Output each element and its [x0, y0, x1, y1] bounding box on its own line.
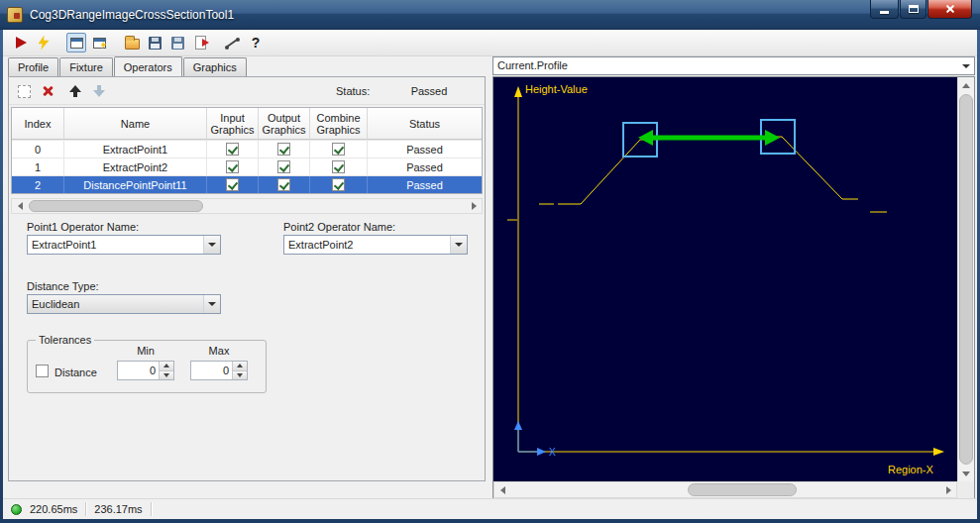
dropdown-button[interactable]	[203, 295, 220, 313]
distance-arrow-right-head[interactable]	[765, 130, 780, 146]
scroll-right-button[interactable]	[940, 482, 956, 497]
scroll-left-icon	[18, 202, 23, 210]
measure-icon	[225, 35, 241, 51]
cell-status: Passed	[368, 141, 482, 157]
distance-type-combobox[interactable]: Euclidean	[27, 294, 221, 314]
run-button[interactable]	[11, 33, 31, 52]
move-up-button[interactable]	[66, 82, 84, 100]
add-operator-button[interactable]	[15, 82, 33, 100]
app-icon	[7, 7, 23, 23]
column-header-output-graphics[interactable]: Output Graphics	[259, 108, 310, 140]
maximize-icon	[909, 5, 919, 13]
output-graphics-checkbox[interactable]	[277, 143, 290, 156]
column-header-input-graphics[interactable]: Input Graphics	[207, 108, 259, 140]
scroll-right-icon	[472, 202, 477, 210]
show-tool-display-icon	[70, 38, 83, 49]
combine-graphics-checkbox[interactable]	[332, 160, 345, 173]
save-image-icon	[171, 37, 184, 50]
column-header-combine-graphics[interactable]: Combine Graphics	[310, 108, 368, 140]
min-tolerance-spinner[interactable]: 0	[117, 361, 174, 380]
scroll-left-button[interactable]	[494, 482, 510, 497]
scroll-up-button[interactable]	[958, 77, 974, 93]
show-tool-display-button[interactable]	[66, 33, 86, 52]
cell-output-graphics	[259, 158, 310, 175]
tab-operators[interactable]: Operators	[114, 56, 182, 76]
cell-name: ExtractPoint1	[64, 141, 207, 157]
measure-button[interactable]	[223, 33, 243, 52]
save-button[interactable]	[145, 33, 164, 52]
column-header-status[interactable]: Status	[368, 108, 482, 140]
output-graphics-checkbox[interactable]	[277, 160, 290, 173]
tab-profile[interactable]: Profile	[8, 57, 58, 76]
scroll-down-button[interactable]	[958, 466, 974, 481]
close-icon	[944, 3, 956, 15]
combine-graphics-checkbox[interactable]	[332, 143, 345, 156]
display-selector-combobox[interactable]: Current.Profile	[492, 56, 975, 75]
tab-graphics[interactable]: Graphics	[183, 57, 247, 76]
scroll-left-icon	[500, 486, 505, 494]
point2-operator-value: ExtractPoint2	[284, 236, 450, 254]
dropdown-button[interactable]	[957, 57, 974, 74]
run-icon	[16, 37, 27, 49]
table-row[interactable]: 1 ExtractPoint2 Passed	[12, 157, 482, 175]
point1-operator-combobox[interactable]: ExtractPoint1	[27, 235, 221, 255]
title-bar[interactable]: Cog3DRangeImageCrossSectionTool1	[0, 0, 980, 30]
combine-graphics-checkbox[interactable]	[332, 178, 345, 191]
spin-down-button[interactable]	[233, 371, 247, 380]
profile-plot-area[interactable]: Height-Value Region-X X	[493, 77, 957, 481]
app-window: Cog3DRangeImageCrossSectionTool1 ? Prof	[0, 0, 980, 523]
chart-horizontal-scrollbar[interactable]	[493, 481, 957, 498]
import-button[interactable]	[190, 33, 210, 52]
cell-status: Passed	[368, 176, 482, 193]
input-graphics-checkbox[interactable]	[226, 143, 239, 156]
column-header-name[interactable]: Name	[64, 108, 207, 140]
operators-table: Index Name Input Graphics Output Graphic…	[11, 107, 483, 194]
point2-operator-combobox[interactable]: ExtractPoint2	[283, 235, 468, 255]
spin-up-button[interactable]	[160, 362, 173, 371]
delete-operator-button[interactable]	[39, 82, 56, 100]
maximize-button[interactable]	[900, 0, 926, 19]
max-tolerance-spinner[interactable]: 0	[190, 361, 248, 380]
cell-output-graphics	[259, 176, 310, 193]
distance-tolerance-checkbox[interactable]	[36, 365, 49, 377]
minimize-button[interactable]	[870, 0, 899, 19]
status-label: Status:	[336, 85, 370, 97]
statusbar-separator	[85, 502, 86, 516]
move-down-button[interactable]	[90, 82, 108, 100]
tool-window-button[interactable]	[89, 33, 109, 52]
input-graphics-checkbox[interactable]	[226, 160, 239, 173]
minimize-icon	[880, 11, 889, 14]
open-button[interactable]	[122, 33, 142, 52]
scrollbar-thumb[interactable]	[959, 94, 973, 465]
table-horizontal-scrollbar[interactable]	[11, 198, 483, 214]
scroll-right-button[interactable]	[466, 199, 482, 213]
cell-index: 0	[12, 141, 64, 157]
origin-x-arrow-icon	[537, 448, 546, 456]
save-image-button[interactable]	[167, 33, 187, 52]
dropdown-button[interactable]	[203, 236, 220, 254]
chart-vertical-scrollbar[interactable]	[957, 77, 974, 481]
spin-up-button[interactable]	[233, 362, 247, 371]
statusbar-separator	[151, 502, 152, 516]
tab-fixture[interactable]: Fixture	[59, 57, 113, 76]
distance-arrow-left-head[interactable]	[638, 130, 653, 146]
scrollbar-thumb[interactable]	[29, 200, 203, 212]
output-graphics-checkbox[interactable]	[277, 178, 290, 191]
run-continuous-button[interactable]	[34, 33, 54, 52]
origin-y-arrow-icon	[514, 421, 522, 430]
help-button[interactable]: ?	[246, 33, 266, 52]
spin-down-button[interactable]	[160, 371, 173, 380]
table-row-selected[interactable]: 2 DistancePointPoint11 Passed	[12, 175, 482, 193]
column-header-index[interactable]: Index	[12, 108, 64, 140]
cell-name: DistancePointPoint11	[64, 176, 207, 193]
cell-combine-graphics	[310, 141, 368, 157]
spin-down-icon	[237, 373, 243, 377]
table-row[interactable]: 0 ExtractPoint1 Passed	[12, 140, 482, 157]
scroll-left-button[interactable]	[12, 199, 28, 213]
input-graphics-checkbox[interactable]	[226, 178, 239, 191]
distance-checkbox-label: Distance	[54, 366, 97, 378]
dropdown-button[interactable]	[450, 236, 467, 254]
close-button[interactable]	[927, 0, 972, 19]
scrollbar-thumb[interactable]	[688, 483, 797, 496]
cell-input-graphics	[207, 176, 259, 193]
